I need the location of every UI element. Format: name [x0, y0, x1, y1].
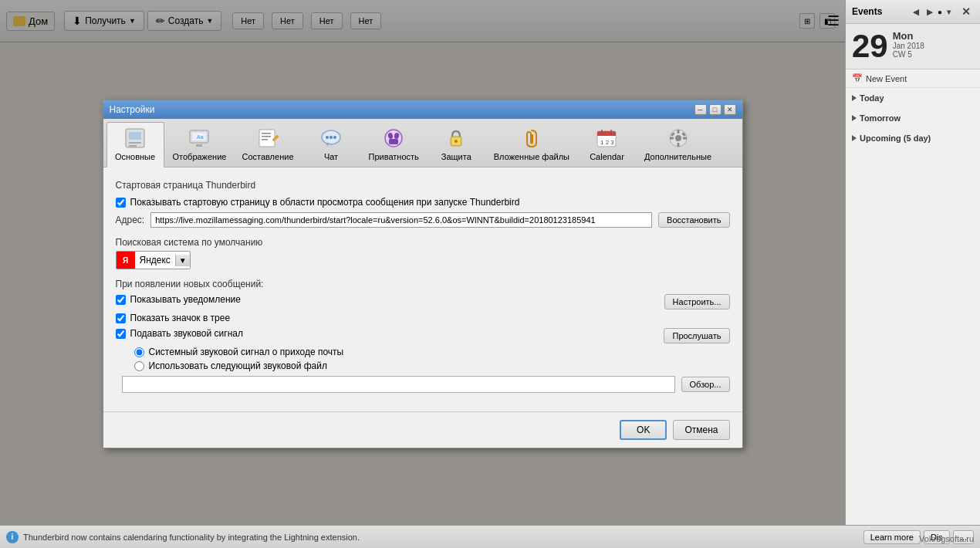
address-input[interactable]	[150, 212, 652, 228]
upcoming-section: Upcoming (5 day)	[846, 128, 980, 148]
tomorrow-section: Tomorrow	[846, 108, 980, 128]
search-label: Поисковая система по умолчанию	[116, 237, 730, 248]
close-panel[interactable]: ✕	[958, 5, 974, 19]
show-icon-label: Показать значок в трее	[130, 313, 231, 323]
show-notification-checkbox-row: Показывать уведомление	[116, 294, 241, 305]
tab-compose[interactable]: Составление	[235, 122, 300, 167]
tab-attachments[interactable]: Вложенные файлы	[487, 122, 576, 167]
tomorrow-header[interactable]: Tomorrow	[846, 111, 980, 125]
dropdown-arrow[interactable]: ▾	[944, 7, 954, 17]
calendar-panel: Events ◀ ▶ ● ▾ ✕ 29 Mon Jan 2018 CW 5 📅 …	[845, 0, 980, 548]
learn-more-button[interactable]: Learn more	[863, 530, 921, 544]
date-month-year: Jan 2018	[893, 42, 924, 50]
system-sound-label: Системный звуковой сигнал о приходе почт…	[149, 347, 344, 357]
maximize-button[interactable]: □	[709, 104, 721, 115]
tab-display-icon: Aa	[187, 126, 211, 151]
upcoming-label: Upcoming (5 day)	[860, 134, 931, 143]
circle-btn[interactable]: ●	[938, 8, 942, 16]
svg-rect-8	[259, 130, 275, 147]
today-header[interactable]: Today	[846, 91, 980, 105]
tab-advanced[interactable]: Дополнительные	[637, 122, 718, 167]
svg-point-32	[675, 135, 681, 141]
svg-rect-34	[677, 143, 679, 147]
custom-sound-row: Использовать следующий звуковой файл	[134, 360, 730, 371]
calendar-nav: ◀ ▶ ● ▾ ✕	[910, 5, 974, 19]
svg-point-17	[333, 136, 336, 139]
svg-rect-1	[129, 132, 141, 140]
upcoming-header[interactable]: Upcoming (5 day)	[846, 131, 980, 145]
upcoming-toggle-icon	[852, 135, 857, 141]
calendar-icon: 📅	[852, 73, 863, 83]
tab-chat[interactable]: Чат	[302, 122, 360, 167]
svg-text:Aa: Aa	[197, 134, 204, 140]
close-button[interactable]: ✕	[724, 104, 736, 115]
date-weekday: Mon	[893, 30, 924, 42]
svg-rect-27	[597, 134, 616, 136]
cancel-button[interactable]: Отмена	[673, 420, 729, 440]
startup-section: Стартовая страница Thunderbird Показыват…	[116, 180, 730, 228]
tab-attachments-icon	[519, 126, 544, 151]
tab-calendar-icon: 1 2 3	[594, 126, 619, 151]
tab-general[interactable]: Основные	[106, 122, 164, 167]
watermark: Vokrugsofta.ru	[919, 534, 974, 543]
svg-point-15	[326, 136, 329, 139]
startup-title: Стартовая страница Thunderbird	[116, 180, 730, 191]
svg-rect-11	[262, 139, 268, 140]
dialog-overlay: Настройки ─ □ ✕ Основные	[0, 0, 845, 548]
settings-dialog: Настройки ─ □ ✕ Основные	[103, 100, 743, 448]
minimize-button[interactable]: ─	[694, 104, 707, 115]
show-icon-checkbox[interactable]	[116, 313, 126, 323]
date-display: 29 Mon Jan 2018 CW 5	[846, 24, 980, 69]
play-sound-checkbox-row: Подавать звуковой сигнал	[116, 328, 243, 339]
tab-calendar[interactable]: 1 2 3 Calendar	[578, 122, 636, 167]
preview-button[interactable]: Прослушать	[664, 328, 729, 343]
browse-button[interactable]: Обзор...	[681, 377, 730, 392]
show-notification-checkbox[interactable]	[116, 295, 126, 305]
tomorrow-label: Tomorrow	[860, 113, 901, 123]
dialog-footer: OK Отмена	[103, 411, 742, 448]
tomorrow-toggle-icon	[852, 115, 857, 121]
tab-privacy-label: Приватность	[369, 152, 419, 161]
tab-advanced-label: Дополнительные	[644, 152, 711, 161]
ok-button[interactable]: OK	[620, 420, 667, 440]
search-section: Поисковая система по умолчанию Я Яндекс …	[116, 237, 730, 269]
date-cw: CW 5	[893, 50, 924, 59]
tab-advanced-icon	[666, 126, 691, 151]
engine-name: Яндекс	[135, 253, 175, 267]
svg-rect-7	[196, 144, 202, 147]
svg-point-16	[329, 136, 333, 139]
svg-rect-2	[129, 142, 141, 144]
dialog-title: Настройки	[110, 104, 155, 115]
notification-row-1: Показывать уведомление Настроить...	[116, 294, 730, 310]
tab-compose-icon	[255, 126, 280, 151]
restore-button[interactable]: Восстановить	[658, 212, 729, 228]
system-sound-radio[interactable]	[134, 347, 144, 357]
custom-sound-radio[interactable]	[134, 361, 144, 371]
tab-general-icon	[123, 126, 147, 151]
new-event-button[interactable]: 📅 New Event	[846, 69, 980, 88]
sound-file-row: Обзор...	[122, 376, 730, 393]
tab-attachments-label: Вложенные файлы	[494, 152, 569, 161]
prev-arrow[interactable]: ◀	[910, 7, 922, 17]
tab-security-label: Защита	[441, 152, 471, 161]
select-dropdown-arrow[interactable]: ▼	[175, 255, 190, 266]
tab-compose-label: Составление	[242, 152, 293, 161]
startup-checkbox[interactable]	[116, 198, 126, 208]
search-engine-select[interactable]: Я Яндекс ▼	[116, 251, 191, 269]
svg-rect-33	[677, 130, 679, 134]
tab-privacy[interactable]: Приватность	[362, 122, 426, 167]
next-arrow[interactable]: ▶	[924, 7, 936, 17]
dialog-titlebar: Настройки ─ □ ✕	[103, 100, 742, 119]
tab-display[interactable]: Aa Отображение	[166, 122, 234, 167]
custom-sound-label: Использовать следующий звуковой файл	[149, 360, 327, 371]
configure-button[interactable]: Настроить...	[664, 294, 730, 310]
show-icon-checkbox-row: Показать значок в трее	[116, 313, 730, 323]
sound-file-input[interactable]	[122, 376, 675, 393]
svg-point-24	[455, 140, 458, 143]
play-sound-checkbox[interactable]	[116, 329, 126, 339]
tab-security[interactable]: Защита	[427, 122, 485, 167]
notification-title: При появлении новых сообщений:	[116, 279, 730, 289]
date-day: 29	[852, 30, 888, 63]
svg-rect-36	[683, 137, 687, 140]
notifications-section: При появлении новых сообщений: Показыват…	[116, 279, 730, 393]
